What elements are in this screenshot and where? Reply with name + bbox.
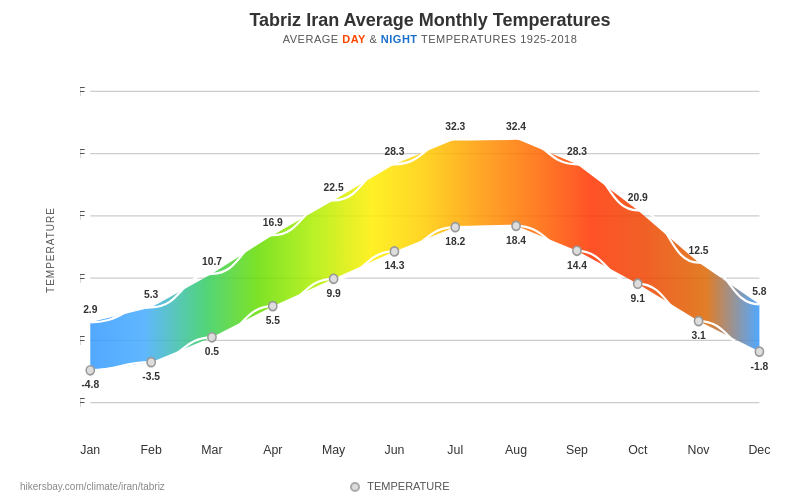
svg-text:0.5: 0.5 (205, 345, 219, 358)
svg-text:9.9: 9.9 (326, 286, 340, 299)
svg-point-22 (634, 279, 642, 288)
main-chart: 40°C 104°F30°C 86°F20°C 68°F10°C 50°F0°C… (80, 49, 780, 479)
svg-text:5.5: 5.5 (266, 314, 280, 327)
svg-text:40°C 104°F: 40°C 104°F (80, 84, 85, 99)
svg-point-24 (755, 347, 763, 356)
svg-text:Nov: Nov (688, 442, 710, 458)
legend-dot (350, 482, 360, 492)
svg-text:16.9: 16.9 (263, 216, 283, 229)
svg-text:30°C 86°F: 30°C 86°F (80, 147, 85, 162)
svg-text:12.5: 12.5 (689, 243, 709, 256)
svg-text:10°C 50°F: 10°C 50°F (80, 271, 85, 286)
svg-text:32.4: 32.4 (506, 119, 526, 132)
svg-point-16 (269, 302, 277, 311)
svg-text:-1.8: -1.8 (751, 359, 769, 372)
svg-text:14.4: 14.4 (567, 258, 587, 271)
hikersbay-link: hikersbay.com/climate/iran/tabriz (20, 481, 165, 492)
svg-point-20 (512, 221, 520, 230)
svg-text:22.5: 22.5 (324, 181, 344, 194)
svg-text:5.3: 5.3 (144, 288, 158, 301)
svg-text:0°C 32°F: 0°C 32°F (80, 333, 85, 348)
y-axis-label: TEMPERATURE (45, 207, 56, 293)
svg-text:Dec: Dec (748, 442, 770, 458)
svg-text:3.1: 3.1 (691, 329, 705, 342)
subtitle-middle: & (366, 33, 381, 45)
svg-text:2.9: 2.9 (83, 303, 97, 316)
svg-point-17 (329, 274, 337, 283)
svg-text:May: May (322, 442, 346, 458)
svg-text:28.3: 28.3 (567, 145, 587, 158)
svg-point-21 (573, 246, 581, 255)
chart-subtitle: AVERAGE DAY & NIGHT TEMPERATURES 1925-20… (80, 33, 780, 45)
svg-text:5.8: 5.8 (752, 285, 766, 298)
svg-text:Aug: Aug (505, 442, 527, 458)
chart-title: Tabriz Iran Average Monthly Temperatures (80, 10, 780, 31)
svg-point-13 (86, 366, 94, 375)
svg-point-15 (208, 333, 216, 342)
svg-text:Jan: Jan (80, 442, 100, 458)
subtitle-night: NIGHT (381, 33, 418, 45)
svg-point-19 (451, 223, 459, 232)
svg-text:20.9: 20.9 (628, 191, 648, 204)
svg-text:28.3: 28.3 (384, 145, 404, 158)
svg-text:Jul: Jul (447, 442, 463, 458)
svg-text:-4.8: -4.8 (81, 378, 99, 391)
svg-text:18.4: 18.4 (506, 234, 526, 247)
svg-text:20°C 68°F: 20°C 68°F (80, 209, 85, 224)
svg-point-23 (694, 317, 702, 326)
subtitle-suffix: TEMPERATURES 1925-2018 (418, 33, 578, 45)
svg-text:9.1: 9.1 (631, 291, 645, 304)
svg-text:Jun: Jun (384, 442, 404, 458)
svg-text:32.3: 32.3 (445, 120, 465, 133)
svg-text:Feb: Feb (140, 442, 161, 458)
legend-label: TEMPERATURE (367, 480, 449, 492)
svg-text:Sep: Sep (566, 442, 588, 458)
chart-container: Tabriz Iran Average Monthly Temperatures… (0, 0, 800, 500)
svg-point-18 (390, 247, 398, 256)
svg-text:10.7: 10.7 (202, 254, 222, 267)
subtitle-day: DAY (342, 33, 366, 45)
svg-text:Apr: Apr (263, 442, 283, 458)
svg-text:-10°C 14°F: -10°C 14°F (80, 396, 85, 411)
svg-marker-12 (90, 139, 759, 371)
svg-point-14 (147, 358, 155, 367)
svg-text:Mar: Mar (201, 442, 223, 458)
svg-text:18.2: 18.2 (445, 235, 465, 248)
subtitle-prefix: AVERAGE (283, 33, 342, 45)
svg-text:Oct: Oct (628, 442, 648, 458)
svg-text:14.3: 14.3 (384, 259, 404, 272)
svg-text:-3.5: -3.5 (142, 370, 160, 383)
